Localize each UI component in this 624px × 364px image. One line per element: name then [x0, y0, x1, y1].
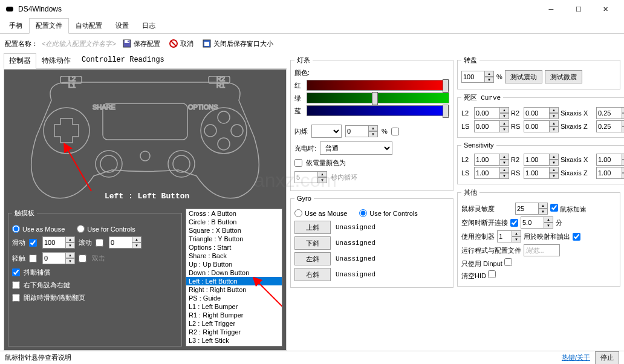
tilt-left-button[interactable]: 左斜 [294, 252, 331, 265]
mapping-item[interactable]: L2 : Left Trigger [186, 319, 282, 328]
gyro-controls-radio[interactable]: Use for Controls [359, 209, 417, 217]
svg-rect-7 [103, 103, 187, 140]
mapping-item[interactable]: R1 : Right Bumper [186, 311, 282, 319]
tilt-down-button[interactable]: 下斜 [294, 236, 331, 250]
sn-rs[interactable]: ▲▼ [524, 167, 559, 179]
mouse-accel-checkbox[interactable]: 鼠标加速 [550, 204, 587, 214]
tab-autoprofiles[interactable]: 自动配置 [69, 18, 109, 33]
mapping-item[interactable]: Options : Start [186, 243, 282, 252]
idle-spinner[interactable]: ▲▼ [521, 216, 553, 229]
mapping-item[interactable]: Cross : A Button [186, 209, 282, 218]
svg-text:R1: R1 [216, 82, 225, 89]
rumble-spinner[interactable]: ▲▼ [461, 71, 494, 83]
tilt-right-button[interactable]: 右斜 [294, 268, 331, 281]
mapping-item[interactable]: Square : X Button [186, 226, 282, 235]
sn-ls[interactable]: ▲▼ [474, 167, 509, 179]
usectrl-spinner[interactable]: ▲▼ [497, 230, 521, 242]
mapping-item[interactable]: R2 : Right Trigger [186, 328, 282, 336]
mouse-sens-spinner[interactable]: ▲▼ [515, 203, 548, 215]
flash-select[interactable] [311, 125, 342, 138]
maximize-button[interactable]: ☐ [565, 0, 592, 18]
blue-slider[interactable] [307, 105, 449, 116]
tap-spinner[interactable]: ▲▼ [42, 252, 75, 264]
red-slider[interactable] [307, 80, 449, 91]
green-slider[interactable] [307, 93, 449, 103]
gyro-mouse-radio[interactable]: Use as Mouse [294, 209, 347, 217]
svg-point-11 [218, 138, 230, 150]
svg-point-18 [140, 151, 150, 161]
config-name-label: 配置名称： [5, 39, 38, 48]
sn-sixx[interactable]: ▲▼ [596, 154, 624, 166]
svg-point-8 [44, 108, 89, 154]
tab-log[interactable]: 日志 [135, 18, 162, 33]
slide-spinner[interactable]: ▲▼ [42, 236, 75, 249]
cancel-button[interactable]: 取消 [166, 37, 196, 50]
mapping-item[interactable]: Share : Back [186, 252, 282, 260]
idle-checkbox[interactable] [510, 219, 518, 227]
gyro-fieldset: Gyro Use as Mouse Use for Controls 上斜Una… [290, 195, 453, 288]
minimize-button[interactable]: ─ [538, 0, 565, 18]
sn-r2[interactable]: ▲▼ [524, 154, 559, 166]
sn-l2[interactable]: ▲▼ [474, 154, 509, 166]
dz-rs[interactable]: ▲▼ [524, 120, 559, 132]
config-name-input[interactable]: <在此输入配置文件名字> [42, 39, 116, 48]
svg-point-10 [218, 111, 230, 123]
dz-l2[interactable]: ▲▼ [474, 107, 509, 119]
scroll-spinner[interactable]: ▲▼ [109, 236, 141, 249]
test-light-button[interactable]: 测试微震 [545, 70, 582, 83]
tilt-up-button[interactable]: 上斜 [294, 221, 331, 234]
mapping-item[interactable]: PS : Guide [186, 294, 282, 302]
mapping-item[interactable]: Down : Down Button [186, 268, 282, 277]
tap-checkbox[interactable] [29, 255, 37, 262]
stop-button[interactable]: 停止 [595, 351, 619, 365]
mapping-item[interactable]: Triangle : Y Button [186, 235, 282, 243]
doubletap-checkbox[interactable] [79, 255, 86, 262]
tab-profiles[interactable]: 配置文件 [29, 18, 69, 34]
status-hint: 鼠标指针悬停查看说明 [5, 353, 71, 362]
tab-controllers[interactable]: 手柄 [2, 18, 29, 33]
flushhid-checkbox[interactable]: 清空HID [461, 270, 496, 281]
touchpad-mouse-radio[interactable]: Use as Mouse [12, 225, 65, 233]
dz-sixz[interactable]: ▲▼ [596, 120, 624, 132]
mapping-list[interactable]: Cross : A ButtonCircle : B ButtonSquare … [186, 209, 282, 346]
jitter-checkbox[interactable]: 抖動補償 [12, 268, 50, 277]
subtab-special[interactable]: 特殊动作 [36, 53, 76, 68]
subtab-readings[interactable]: Controller Readings [76, 53, 170, 68]
battery-color-checkbox[interactable] [294, 159, 302, 167]
touchpad-controls-radio[interactable]: Use for Controls [77, 225, 135, 233]
dz-sixx[interactable]: ▲▼ [596, 107, 624, 119]
keep-size-button[interactable]: 关闭后保存窗口大小 [200, 37, 276, 50]
lowerright-checkbox[interactable]: 右下角設為右鍵 [12, 281, 70, 290]
flash-spinner[interactable]: ▲▼ [345, 125, 378, 137]
mapping-item[interactable]: L1 : Left Bumper [186, 302, 282, 311]
test-heavy-button[interactable]: 测试震动 [505, 70, 542, 83]
sn-sixz[interactable]: ▲▼ [596, 167, 624, 179]
scroll-checkbox[interactable] [96, 239, 103, 247]
hotkeys-link[interactable]: 热键/关于 [562, 353, 590, 362]
subtab-controller[interactable]: 控制器 [4, 53, 36, 69]
charging-select[interactable]: 普通 [320, 141, 392, 155]
dz-r2[interactable]: ▲▼ [524, 107, 559, 119]
mapping-item[interactable]: Circle : B Button [186, 218, 282, 226]
mapping-item[interactable]: Left : Left Button [186, 277, 282, 285]
pulse-spinner[interactable]: ▲▼ [294, 171, 327, 183]
save-icon [122, 39, 132, 48]
save-button[interactable]: 保存配置 [120, 37, 163, 50]
usectrl-checkbox[interactable] [573, 233, 580, 241]
cancel-icon [169, 39, 178, 48]
dz-ls[interactable]: ▲▼ [474, 120, 509, 132]
dinput-checkbox[interactable]: 只使用 Dinput [461, 258, 512, 268]
svg-text:SHARE: SHARE [93, 103, 115, 111]
main-tabs: 手柄 配置文件 自动配置 设置 日志 [0, 18, 624, 34]
flash-checkbox[interactable] [391, 128, 399, 135]
slide-checkbox[interactable] [29, 239, 37, 247]
svg-point-13 [231, 125, 243, 137]
mapping-item[interactable]: Up : Up Button [186, 260, 282, 268]
mapping-item[interactable]: Right : Right Button [186, 285, 282, 294]
mapping-item[interactable]: L3 : Left Stick [186, 336, 282, 345]
tab-settings[interactable]: 设置 [109, 18, 135, 33]
close-button[interactable]: ✕ [592, 0, 619, 18]
startup-checkbox[interactable]: 開啟時滑動/捲動翻页 [12, 293, 85, 302]
controller-diagram[interactable]: SHARE OPTIONS L2 R2 L1 R1 Left : Left Bu… [8, 73, 282, 206]
launch-input[interactable] [524, 244, 560, 256]
